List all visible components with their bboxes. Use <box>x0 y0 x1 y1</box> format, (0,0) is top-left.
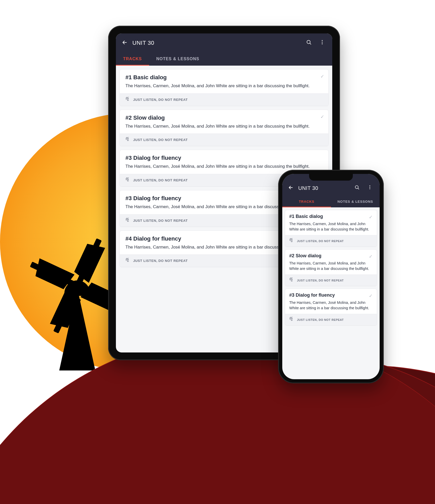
completed-check-icon: ✓ <box>320 114 324 120</box>
ear-listen-icon <box>125 177 130 183</box>
track-description: The Harrises, Carmen, José Molina, and J… <box>125 123 323 130</box>
svg-point-3 <box>307 40 310 44</box>
ear-listen-icon <box>125 218 130 224</box>
track-description: The Harrises, Carmen, José Molina, and J… <box>289 221 373 232</box>
track-title: #1 Basic dialog <box>289 214 373 219</box>
track-hint: JUST LISTEN, DO NOT REPEAT <box>120 134 328 146</box>
ear-listen-icon <box>125 258 130 264</box>
ear-listen-icon <box>289 238 294 244</box>
completed-check-icon: ✓ <box>369 293 373 299</box>
hint-text: JUST LISTEN, DO NOT REPEAT <box>133 259 188 263</box>
track-card[interactable]: ✓#3 Dialog for fluencyThe Harrises, Carm… <box>285 289 377 325</box>
svg-point-5 <box>322 42 323 43</box>
track-hint: JUST LISTEN, DO NOT REPEAT <box>285 235 377 246</box>
track-card[interactable]: ✓#2 Slow dialogThe Harrises, Carmen, Jos… <box>285 249 377 286</box>
svg-point-7 <box>355 185 358 189</box>
svg-point-6 <box>322 43 323 45</box>
track-card[interactable]: ✓#1 Basic dialogThe Harrises, Carmen, Jo… <box>120 69 329 106</box>
ear-listen-icon <box>289 277 294 283</box>
page-title: UNIT 30 <box>132 40 154 46</box>
track-description: The Harrises, Carmen, José Molina, and J… <box>125 163 323 170</box>
svg-point-8 <box>369 185 370 186</box>
completed-check-icon: ✓ <box>369 254 373 259</box>
tab-tracks[interactable]: TRACKS <box>116 52 149 66</box>
hint-text: JUST LISTEN, DO NOT REPEAT <box>297 318 344 321</box>
tab-bar: TRACKS NOTES & LESSONS <box>282 196 380 207</box>
track-title: #3 Dialog for fluency <box>289 293 373 298</box>
hint-text: JUST LISTEN, DO NOT REPEAT <box>133 219 188 223</box>
track-card[interactable]: ✓#1 Basic dialogThe Harrises, Carmen, Jo… <box>285 210 377 247</box>
track-description: The Harrises, Carmen, José Molina, and J… <box>125 83 323 89</box>
track-hint: JUST LISTEN, DO NOT REPEAT <box>120 93 328 106</box>
track-title: #2 Slow dialog <box>125 114 323 121</box>
phone-screen: UNIT 30 TRACKS NOTES & LESSONS ✓#1 Basic… <box>282 174 380 379</box>
back-icon[interactable] <box>122 39 128 47</box>
tab-notes-lessons[interactable]: NOTES & LESSONS <box>149 52 207 66</box>
track-title: #2 Slow dialog <box>289 253 373 259</box>
hint-text: JUST LISTEN, DO NOT REPEAT <box>297 279 344 282</box>
tab-tracks[interactable]: TRACKS <box>282 196 331 207</box>
tab-bar: TRACKS NOTES & LESSONS <box>116 52 332 66</box>
ear-listen-icon <box>289 317 294 323</box>
track-title: #3 Dialog for fluency <box>125 155 323 161</box>
completed-check-icon: ✓ <box>320 74 324 79</box>
track-list[interactable]: ✓#1 Basic dialogThe Harrises, Carmen, Jo… <box>282 207 380 379</box>
tab-notes-lessons[interactable]: NOTES & LESSONS <box>331 196 380 207</box>
phone-device-frame: UNIT 30 TRACKS NOTES & LESSONS ✓#1 Basic… <box>278 170 384 383</box>
track-hint: JUST LISTEN, DO NOT REPEAT <box>285 314 377 325</box>
svg-point-10 <box>369 188 370 189</box>
track-hint: JUST LISTEN, DO NOT REPEAT <box>285 275 377 286</box>
svg-point-9 <box>369 187 370 188</box>
phone-notch <box>309 173 353 181</box>
track-description: The Harrises, Carmen, José Molina, and J… <box>289 261 373 271</box>
back-icon[interactable] <box>288 185 294 191</box>
ear-listen-icon <box>125 97 130 103</box>
search-icon[interactable] <box>353 183 361 193</box>
track-description: The Harrises, Carmen, José Molina, and J… <box>289 300 373 311</box>
svg-point-4 <box>322 40 323 41</box>
hint-text: JUST LISTEN, DO NOT REPEAT <box>133 138 188 142</box>
hint-text: JUST LISTEN, DO NOT REPEAT <box>133 98 188 102</box>
page-title: UNIT 30 <box>298 185 318 191</box>
hint-text: JUST LISTEN, DO NOT REPEAT <box>297 240 344 243</box>
more-vert-icon[interactable] <box>366 183 374 193</box>
app-header: UNIT 30 <box>116 33 332 52</box>
more-vert-icon[interactable] <box>318 38 327 48</box>
hint-text: JUST LISTEN, DO NOT REPEAT <box>133 178 188 182</box>
ear-listen-icon <box>125 137 130 143</box>
completed-check-icon: ✓ <box>369 214 373 220</box>
track-title: #1 Basic dialog <box>125 74 323 81</box>
track-card[interactable]: ✓#2 Slow dialogThe Harrises, Carmen, Jos… <box>120 110 329 146</box>
search-icon[interactable] <box>304 38 313 48</box>
